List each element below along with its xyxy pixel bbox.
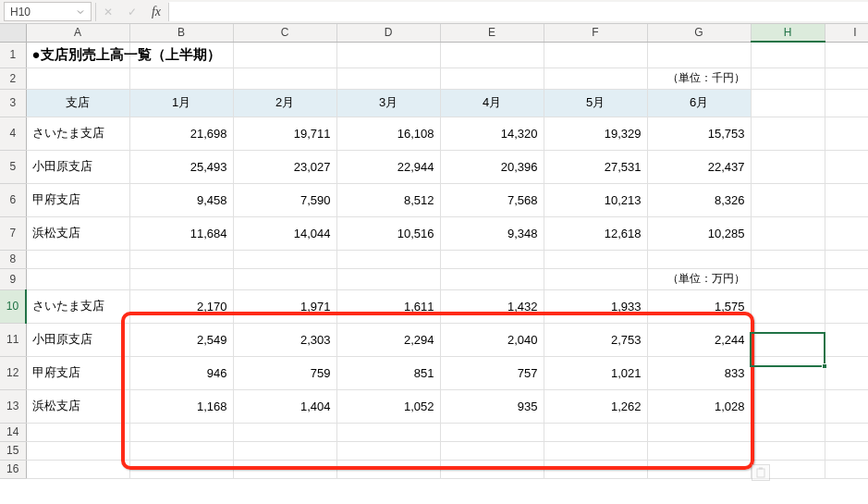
row-header-9[interactable]: 9 bbox=[0, 268, 26, 289]
cell-E7[interactable]: 9,348 bbox=[440, 216, 544, 250]
hdr-m3[interactable]: 3月 bbox=[336, 89, 440, 117]
row-header-13[interactable]: 13 bbox=[0, 389, 26, 423]
cell-E6[interactable]: 7,568 bbox=[440, 183, 544, 216]
cell-F5[interactable]: 27,531 bbox=[544, 150, 647, 183]
cell-B12[interactable]: 946 bbox=[129, 356, 233, 389]
row-header-11[interactable]: 11 bbox=[0, 323, 26, 356]
cell-F11[interactable]: 2,753 bbox=[544, 323, 647, 356]
cell-C5[interactable]: 23,027 bbox=[233, 150, 336, 183]
name-box-dropdown-icon[interactable] bbox=[76, 3, 85, 21]
cell-D11[interactable]: 2,294 bbox=[336, 323, 440, 356]
cell-C13[interactable]: 1,404 bbox=[233, 389, 336, 423]
branch-hamamatsu[interactable]: 浜松支店 bbox=[26, 216, 129, 250]
hdr-m1[interactable]: 1月 bbox=[129, 89, 233, 117]
col-header-D[interactable]: D bbox=[336, 24, 440, 42]
hdr-m6[interactable]: 6月 bbox=[647, 89, 751, 117]
branch-kofu-2[interactable]: 甲府支店 bbox=[26, 356, 129, 389]
cell-C4[interactable]: 19,711 bbox=[233, 117, 336, 150]
insert-function-button[interactable]: fx bbox=[144, 1, 168, 23]
row-header-7[interactable]: 7 bbox=[0, 216, 26, 250]
cell-C11[interactable]: 2,303 bbox=[233, 323, 336, 356]
branch-kofu[interactable]: 甲府支店 bbox=[26, 183, 129, 216]
cell-B5[interactable]: 25,493 bbox=[129, 150, 233, 183]
hdr-store[interactable]: 支店 bbox=[26, 89, 129, 117]
formula-input[interactable] bbox=[169, 2, 868, 21]
row-header-15[interactable]: 15 bbox=[0, 441, 26, 460]
cell-H10[interactable] bbox=[751, 289, 825, 323]
cell-E12[interactable]: 757 bbox=[440, 356, 544, 389]
cell-G13[interactable]: 1,028 bbox=[647, 389, 751, 423]
worksheet[interactable]: A B C D E F G H I 1 ●支店別売上高一覧（上半期） 2 （単位… bbox=[0, 24, 868, 504]
row-header-3[interactable]: 3 bbox=[0, 89, 26, 117]
hdr-m5[interactable]: 5月 bbox=[544, 89, 647, 117]
cell-G11[interactable]: 2,244 bbox=[647, 323, 751, 356]
branch-hamamatsu-2[interactable]: 浜松支店 bbox=[26, 389, 129, 423]
cell-F7[interactable]: 12,618 bbox=[544, 216, 647, 250]
cell-G4[interactable]: 15,753 bbox=[647, 117, 751, 150]
cell-F13[interactable]: 1,262 bbox=[544, 389, 647, 423]
grid[interactable]: A B C D E F G H I 1 ●支店別売上高一覧（上半期） 2 （単位… bbox=[0, 24, 868, 479]
select-all-corner[interactable] bbox=[0, 24, 26, 42]
cell-B4[interactable]: 21,698 bbox=[129, 117, 233, 150]
col-header-H[interactable]: H bbox=[751, 24, 825, 42]
branch-saitama-2[interactable]: さいたま支店 bbox=[26, 289, 129, 323]
name-box[interactable]: H10 bbox=[4, 2, 92, 21]
cell-C6[interactable]: 7,590 bbox=[233, 183, 336, 216]
hdr-m2[interactable]: 2月 bbox=[233, 89, 336, 117]
cell-D10[interactable]: 1,611 bbox=[336, 289, 440, 323]
cell-C12[interactable]: 759 bbox=[233, 356, 336, 389]
branch-odawara[interactable]: 小田原支店 bbox=[26, 150, 129, 183]
row-header-8[interactable]: 8 bbox=[0, 250, 26, 268]
cell-B10[interactable]: 2,170 bbox=[129, 289, 233, 323]
col-header-B[interactable]: B bbox=[129, 24, 233, 42]
cell-F4[interactable]: 19,329 bbox=[544, 117, 647, 150]
unit-label-man[interactable]: （単位：万円） bbox=[647, 268, 751, 289]
row-header-1[interactable]: 1 bbox=[0, 42, 26, 68]
cell-G5[interactable]: 22,437 bbox=[647, 150, 751, 183]
col-header-I[interactable]: I bbox=[825, 24, 868, 42]
cell-E4[interactable]: 14,320 bbox=[440, 117, 544, 150]
cell-E10[interactable]: 1,432 bbox=[440, 289, 544, 323]
page-title[interactable]: ●支店別売上高一覧（上半期） bbox=[26, 42, 129, 68]
row-header-6[interactable]: 6 bbox=[0, 183, 26, 216]
row-header-5[interactable]: 5 bbox=[0, 150, 26, 183]
cell-G7[interactable]: 10,285 bbox=[647, 216, 751, 250]
cell-E5[interactable]: 20,396 bbox=[440, 150, 544, 183]
cell-G10[interactable]: 1,575 bbox=[647, 289, 751, 323]
row-header-10[interactable]: 10 bbox=[0, 289, 26, 323]
row-header-4[interactable]: 4 bbox=[0, 117, 26, 150]
unit-label-sen[interactable]: （単位：千円） bbox=[647, 68, 751, 89]
cell-D6[interactable]: 8,512 bbox=[336, 183, 440, 216]
row-header-12[interactable]: 12 bbox=[0, 356, 26, 389]
cell-D5[interactable]: 22,944 bbox=[336, 150, 440, 183]
cell-B7[interactable]: 11,684 bbox=[129, 216, 233, 250]
cell-B13[interactable]: 1,168 bbox=[129, 389, 233, 423]
cell-F12[interactable]: 1,021 bbox=[544, 356, 647, 389]
col-header-F[interactable]: F bbox=[544, 24, 647, 42]
hdr-m4[interactable]: 4月 bbox=[440, 89, 544, 117]
cell-E11[interactable]: 2,040 bbox=[440, 323, 544, 356]
branch-saitama[interactable]: さいたま支店 bbox=[26, 117, 129, 150]
cell-F6[interactable]: 10,213 bbox=[544, 183, 647, 216]
cell-G12[interactable]: 833 bbox=[647, 356, 751, 389]
cell-D4[interactable]: 16,108 bbox=[336, 117, 440, 150]
cell-C7[interactable]: 14,044 bbox=[233, 216, 336, 250]
col-header-E[interactable]: E bbox=[440, 24, 544, 42]
row-header-16[interactable]: 16 bbox=[0, 460, 26, 478]
cell-B11[interactable]: 2,549 bbox=[129, 323, 233, 356]
col-header-C[interactable]: C bbox=[233, 24, 336, 42]
branch-odawara-2[interactable]: 小田原支店 bbox=[26, 323, 129, 356]
cell-D12[interactable]: 851 bbox=[336, 356, 440, 389]
cell-C10[interactable]: 1,971 bbox=[233, 289, 336, 323]
cell-F10[interactable]: 1,933 bbox=[544, 289, 647, 323]
cell-D13[interactable]: 1,052 bbox=[336, 389, 440, 423]
col-header-G[interactable]: G bbox=[647, 24, 751, 42]
row-header-2[interactable]: 2 bbox=[0, 68, 26, 89]
paste-options-button[interactable] bbox=[752, 464, 770, 481]
col-header-A[interactable]: A bbox=[26, 24, 129, 42]
cell-E13[interactable]: 935 bbox=[440, 389, 544, 423]
fill-handle[interactable] bbox=[822, 363, 827, 369]
cell-G6[interactable]: 8,326 bbox=[647, 183, 751, 216]
cell-B6[interactable]: 9,458 bbox=[129, 183, 233, 216]
row-header-14[interactable]: 14 bbox=[0, 423, 26, 441]
